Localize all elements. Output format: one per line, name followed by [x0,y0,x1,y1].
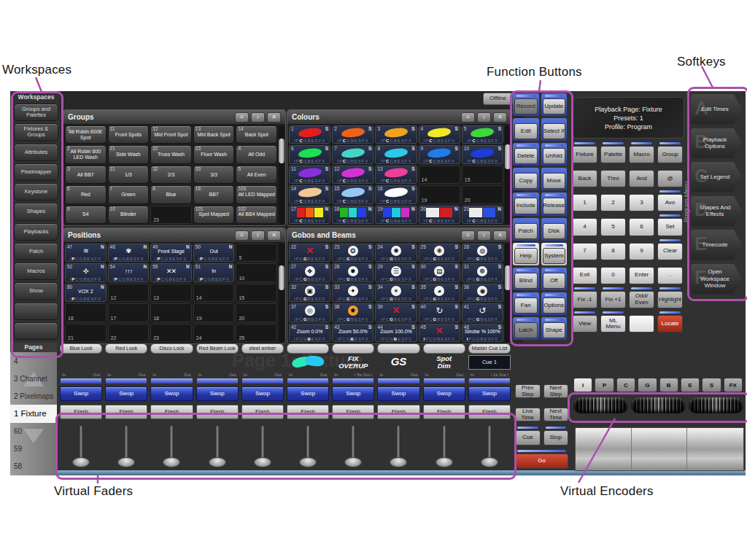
palette-button[interactable]: 20NIPCGBESFX [419,206,460,224]
flash-button[interactable]: Flash [105,405,147,419]
workspace-button-fixtures-groups[interactable]: Fixtures & Groups [14,123,58,141]
group-button[interactable]: 21Side Wash [108,145,150,163]
palette-button[interactable]: 16SIPCGBESFX [375,185,417,203]
offline-button[interactable]: Offline [483,93,513,105]
group-button[interactable]: 6Red [65,185,107,203]
key-locate[interactable]: Locate [657,315,683,332]
palette-button[interactable]: 43SZoom 50.0%IPCGBESFX [332,324,374,342]
flash-button[interactable]: Flash [60,405,102,419]
swop-button[interactable]: Swop [105,386,147,401]
palette-cell-empty[interactable]: 22 [108,324,150,342]
workspace-button-blank-10[interactable] [14,303,58,320]
palette-button[interactable]: 22S✕IPCGBESFX [289,244,330,262]
fader-knob[interactable] [254,457,271,467]
function-button-disk[interactable]: Disk [543,223,566,239]
key-palette[interactable]: Palette [600,146,626,163]
scrollbar-thumb[interactable] [279,139,285,163]
softkey-c[interactable]: CSet Legend [691,162,742,192]
palette-cell-empty[interactable]: 20 [236,303,277,322]
palette-button[interactable]: 28S✹IPCGBESFX [332,263,374,281]
swop-button[interactable]: Swop [60,386,102,401]
palette-button[interactable]: 6SIPCGBESFX [289,145,330,163]
palette-cell-empty[interactable]: 14 [193,284,235,302]
palette-button[interactable]: 47N≋IPCGBESFX [65,244,107,262]
palette-button[interactable]: 34S✴IPCGBESFX [375,284,417,302]
palette-button[interactable]: 19NIPCGBESFX [375,206,417,224]
fader-knob[interactable] [390,457,407,467]
workspace-button-blank-11[interactable] [14,322,58,340]
encoder-wheel[interactable] [631,397,686,413]
playback-legend-button[interactable] [332,343,374,354]
attribute-key-e[interactable]: E [681,378,700,392]
cue-button-live-time[interactable]: Live Time [515,408,541,421]
function-button-edit[interactable]: Edit [514,123,538,139]
page-item-59[interactable]: 59 [10,440,57,458]
workspace-button-keystone[interactable]: Keystone [14,183,58,201]
function-button-release[interactable]: Release [543,198,566,214]
attribute-key-p[interactable]: P [595,378,614,392]
flash-button[interactable]: Flash [377,405,419,419]
workspace-button-show[interactable]: Show [14,282,58,300]
palette-button[interactable]: 44SZoom 100.0%IPCGBESFX [375,324,417,342]
fader-knob[interactable] [344,457,362,467]
palette-cell-empty[interactable]: 20 [462,185,503,203]
palette-cell-empty[interactable]: 18 [150,303,192,322]
key-thro[interactable]: Thro [600,170,626,187]
key-avo[interactable]: Avo [657,194,683,211]
group-button[interactable]: 333/3 [193,166,235,184]
group-button[interactable]: 9S4 [65,206,107,224]
group-button[interactable]: 1All Robin 600E Spot [65,125,107,144]
group-button[interactable]: 4All Odd [236,145,277,163]
virtual-fader[interactable] [332,419,374,475]
function-button-copy[interactable]: Copy [514,173,538,189]
flash-button[interactable]: Flash [241,405,284,419]
group-button[interactable]: 10Blinder [108,206,150,224]
palette-button[interactable]: 17NIPCGBESFX [289,206,330,224]
key-clear[interactable]: Clear [657,243,683,260]
window-scrollbar[interactable] [279,244,285,342]
palette-button[interactable]: 18NIPCGBESFX [332,206,374,224]
palette-button[interactable]: 26S◍IPCGBESFX [462,244,503,262]
palette-cell-empty[interactable]: 21 [65,324,107,342]
palette-button[interactable]: 37S◎IPCGBESFX [289,303,330,322]
group-button[interactable]: 8Blue [150,185,192,203]
group-button[interactable]: 103All LED Mapped [236,185,277,203]
palette-button[interactable]: 36S◉IPCGBESFX [462,284,503,302]
palette-button[interactable]: 29S☰IPCGBESFX [375,263,417,281]
virtual-fader[interactable] [60,419,102,475]
group-button[interactable]: 322/3 [150,166,192,184]
key-9[interactable]: 9 [629,243,654,260]
palette-cell-empty[interactable]: 23 [150,206,192,224]
workspace-button-groups-and-palettes[interactable]: Groups and Palettes [14,104,58,121]
palette-button[interactable]: 1SIPCGBESFX [289,125,330,144]
virtual-fader[interactable] [377,419,419,475]
function-button-record[interactable]: Record [514,98,538,114]
palette-button[interactable]: 3SIPCGBESFX [375,125,417,144]
attribute-key-i[interactable]: I [573,378,592,392]
palette-cell-empty[interactable]: 15 [462,166,503,184]
group-button[interactable]: 23Floor Wash [193,145,235,163]
playback-legend-button[interactable] [287,343,329,354]
palette-button[interactable]: 38S✹IPCGBESFX [332,303,374,322]
fader-knob[interactable] [163,457,180,467]
cue-button-stop[interactable]: Stop [543,430,569,446]
cue-button-next-time[interactable]: Next Time [543,408,569,421]
window-close-icon[interactable]: ✕ [267,230,281,241]
window-close-icon[interactable]: ✕ [493,230,507,241]
key-macro[interactable]: Macro [629,146,654,163]
softkey-d[interactable]: DShapes And Effects [691,196,742,227]
softkey-b[interactable]: BPlayback Options [691,128,742,159]
swop-button[interactable]: Swop [196,386,239,401]
function-button-system[interactable]: System [543,248,566,264]
palette-button[interactable]: 5SIPCGBESFX [462,125,503,144]
palette-button[interactable]: 11SIPCGBESFX [289,166,330,184]
key-3[interactable]: 3 [629,194,654,211]
workspace-button-macros[interactable]: Macros [14,262,58,280]
window-info-icon[interactable]: i [251,230,265,241]
page-item-3-channel[interactable]: 3 Channel [10,370,57,387]
fader-knob[interactable] [117,457,135,467]
group-button[interactable]: 13Mid Back Spot [193,125,235,144]
playback-legend-button[interactable]: Master Cue List [468,343,511,354]
window-info-icon[interactable]: i [477,112,491,122]
key-4[interactable]: 4 [572,218,597,236]
